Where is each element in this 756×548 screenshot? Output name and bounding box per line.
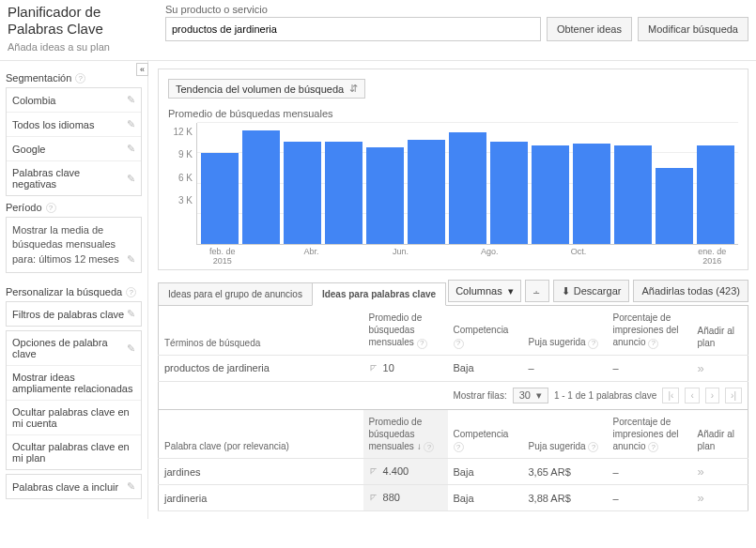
columns-dropdown[interactable]: Columnas▾ [448,280,521,302]
cell-comp: Baja [448,485,523,511]
sidebar-item-hide-account[interactable]: Ocultar palabras clave en mi cuenta [7,401,141,435]
help-icon[interactable]: ? [46,203,56,213]
add-to-plan-icon: » [698,491,704,505]
pencil-icon: ✎ [127,252,135,266]
cell-avg: ⊾ 10 [363,355,448,381]
pager: Mostrar filas: 30 ▾ 1 - 1 de 1 palabras … [158,382,748,410]
chart-bar [366,147,404,244]
col-comp[interactable]: Competencia ? [448,306,523,356]
segmentation-panel: Colombia✎ Todos los idiomas✎ Google✎ Pal… [6,87,142,196]
chart-bar [614,145,652,244]
chart-card: Tendencia del volumen de búsqueda ⇵ Prom… [158,68,748,270]
cell-add[interactable]: » [692,485,748,511]
help-icon: ? [648,339,658,349]
last-page-button[interactable]: ›| [725,388,742,403]
sidebar-item-include[interactable]: Palabras clave a incluir✎ [7,475,141,498]
help-icon: ? [648,442,658,452]
trend-dropdown[interactable]: Tendencia del volumen de búsqueda ⇵ [168,79,365,99]
chart-toggle-button[interactable]: ⫠ [525,280,549,302]
customize-title: Personalizar la búsqueda ? [6,286,142,297]
pencil-icon: ✎ [127,143,135,155]
col-bid[interactable]: Puja sugerida ? [523,306,608,356]
modify-search-button[interactable]: Modificar búsqueda [638,17,748,41]
pencil-icon: ✎ [127,118,135,130]
chart-bar [284,142,321,244]
x-axis: feb. de 2015Abr.Jun.Ago.Oct.ene. de 2016 [196,245,738,266]
cell-comp: Baja [448,459,523,485]
col-impr[interactable]: Porcentaje de impresiones del anuncio ? [608,306,692,356]
col-avg-sorted[interactable]: Promedio de búsquedas mensuales ↓ ? [363,409,448,459]
prev-page-button[interactable]: ‹ [685,388,699,403]
cell-term: jardines [159,459,363,485]
col-terms[interactable]: Términos de búsqueda [159,306,363,356]
help-icon: ? [588,339,598,349]
sidebar-item-broad[interactable]: Mostrar ideas ampliamente relacionadas [7,366,141,401]
page-subtitle: Añada ideas a su plan [8,41,156,53]
tab-adgroup-ideas[interactable]: Ideas para el grupo de anuncios [158,282,313,306]
table-row: productos de jardineria ⊾ 10 Baja – – » [159,355,748,381]
pencil-icon: ✎ [127,342,135,355]
table-row: jardines ⊾ 4.400 Baja 3,65 AR$ – » [159,459,748,485]
help-icon: ? [424,442,434,452]
rows-select[interactable]: 30 ▾ [513,388,548,403]
get-ideas-button[interactable]: Obtener ideas [547,17,632,41]
sidebar-item-language[interactable]: Todos los idiomas✎ [7,113,141,137]
sidebar-item-negative[interactable]: Palabras clave negativas✎ [7,161,141,195]
chevron-down-icon: ▾ [536,389,542,402]
tab-keyword-ideas[interactable]: Ideas para palabras clave [312,282,446,306]
sidebar-item-filters[interactable]: Filtros de palabras clave✎ [7,302,141,326]
col-bid[interactable]: Puja sugerida ? [523,409,608,459]
sidebar-item-options[interactable]: Opciones de palabra clave✎ [7,331,141,366]
cell-add[interactable]: » [692,459,748,485]
chart-bar [201,153,239,244]
cell-add[interactable]: » [692,355,748,381]
chart-bar [573,144,610,244]
sidebar-item-hide-plan[interactable]: Ocultar palabras clave en mi plan [7,435,141,469]
sidebar-item-network[interactable]: Google✎ [7,137,141,161]
chart-bar [242,130,280,244]
col-keyword[interactable]: Palabra clave (por relevancia) [159,409,363,459]
next-page-button[interactable]: › [705,388,719,403]
trend-icon[interactable]: ⊾ [369,465,378,478]
chart-bar [697,145,734,244]
col-add: Añadir al plan [692,306,748,356]
pencil-icon: ✎ [127,94,135,106]
period-box[interactable]: Mostrar la media de búsquedas mensuales … [6,217,142,273]
help-icon[interactable]: ? [126,287,136,297]
collapse-sidebar-button[interactable]: « [136,63,148,76]
help-icon: ? [417,339,427,349]
chart-bar [490,142,528,244]
download-icon: ⬇ [562,285,570,297]
cell-impr: – [608,355,692,381]
pencil-icon: ✎ [127,173,135,185]
chart-bar [656,168,693,244]
trend-icon[interactable]: ⊾ [369,362,378,374]
add-to-plan-icon: » [698,361,704,375]
cell-bid: 3,88 AR$ [523,485,608,511]
add-all-button[interactable]: Añadirlas todas (423) [633,280,748,302]
table-row: jardineria ⊾ 880 Baja 3,88 AR$ – » [159,485,748,511]
cell-bid: 3,65 AR$ [523,459,608,485]
sidebar-item-location[interactable]: Colombia✎ [7,88,141,113]
cell-avg: ⊾ 4.400 [363,459,448,485]
sort-icon: ⇵ [349,83,358,95]
col-add: Añadir al plan [692,409,748,459]
help-icon[interactable]: ? [75,73,85,84]
segmentation-title: Segmentación ? [6,72,142,84]
cell-term: productos de jardineria [159,355,363,381]
help-icon: ? [454,339,464,349]
add-to-plan-icon: » [698,464,704,479]
cell-impr: – [608,485,692,511]
chart-bar [408,140,445,244]
pencil-icon: ✎ [127,480,135,493]
download-button[interactable]: ⬇Descargar [553,280,630,302]
product-input-label: Su producto o servicio [165,4,748,15]
chevron-down-icon: ▾ [508,285,514,297]
col-impr[interactable]: Porcentaje de impresiones del anuncio ? [608,409,692,459]
first-page-button[interactable]: |‹ [662,388,679,403]
col-comp[interactable]: Competencia ? [448,409,523,459]
bar-chart-icon: ⫠ [532,285,542,297]
col-avg[interactable]: Promedio de búsquedas mensuales ? [363,306,448,356]
trend-icon[interactable]: ⊾ [369,492,378,504]
product-input[interactable] [165,17,541,41]
